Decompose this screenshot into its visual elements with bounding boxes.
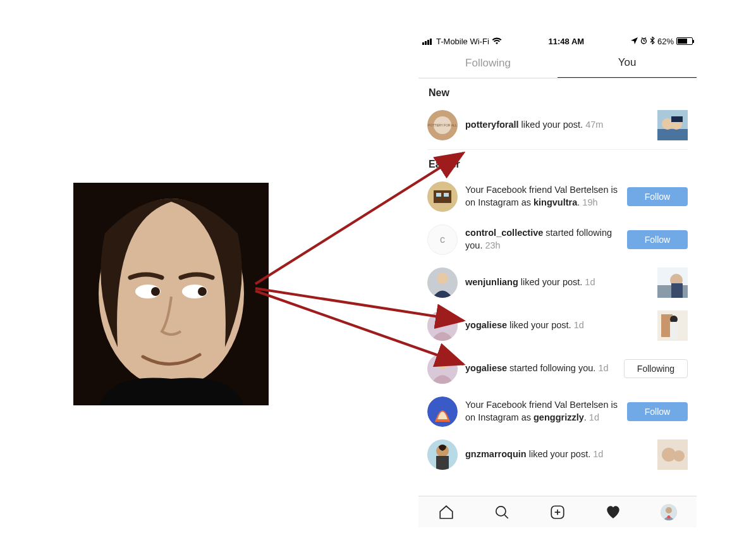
notification-dot-icon (668, 515, 671, 519)
avatar[interactable]: POTTERY FOR ALL (427, 110, 458, 140)
activity-text: wenjunliang liked your post. 1d (465, 276, 650, 289)
timestamp: 1d (593, 449, 603, 459)
svg-point-5 (198, 287, 207, 296)
activity-tabs: Following You (418, 48, 697, 78)
svg-rect-22 (671, 116, 683, 122)
tab-following[interactable]: Following (418, 48, 558, 78)
svg-rect-26 (444, 193, 449, 197)
activity-text: control_collective started following you… (465, 227, 619, 252)
svg-point-47 (673, 450, 685, 462)
activity-row[interactable]: POTTERY FOR ALL potteryforall liked your… (427, 104, 688, 147)
meme-image (73, 183, 269, 405)
svg-point-4 (151, 287, 160, 296)
svg-point-28 (437, 273, 448, 284)
activity-row[interactable]: wenjunliang liked your post. 1d (427, 261, 688, 304)
signal-icon (422, 37, 434, 45)
post-thumbnail[interactable] (657, 439, 688, 470)
svg-point-48 (496, 506, 506, 515)
activity-row[interactable]: Your Facebook friend Val Bertelsen is on… (427, 175, 688, 218)
svg-point-40 (437, 358, 448, 369)
username[interactable]: yogaliese (465, 363, 507, 373)
username[interactable]: wenjunliang (465, 277, 518, 287)
activity-row[interactable]: yogaliese liked your post. 1d (427, 304, 688, 347)
svg-point-34 (437, 315, 448, 326)
activity-text: yogaliese started following you. 1d (465, 362, 616, 375)
alarm-icon (640, 37, 647, 46)
avatar[interactable] (427, 353, 458, 384)
svg-line-49 (504, 515, 508, 518)
activity-text: gnzmarroquin liked your post. 1d (465, 448, 650, 461)
timestamp: 47m (585, 120, 603, 130)
activity-feed[interactable]: New POTTERY FOR ALL potteryforall liked … (418, 78, 697, 496)
svg-rect-44 (436, 456, 449, 470)
activity-text: potteryforall liked your post. 47m (465, 119, 650, 132)
avatar[interactable] (427, 267, 458, 298)
svg-rect-19 (657, 129, 688, 140)
post-thumbnail[interactable] (657, 310, 688, 341)
svg-text:POTTERY FOR ALL: POTTERY FOR ALL (428, 123, 457, 127)
location-icon (631, 37, 638, 46)
svg-line-14 (645, 37, 646, 38)
post-thumbnail[interactable] (657, 110, 688, 140)
svg-rect-6 (422, 42, 424, 45)
follow-button[interactable]: Follow (627, 230, 688, 249)
battery-pct-label: 62% (657, 37, 674, 46)
username[interactable]: control_collective (465, 228, 543, 238)
timestamp: 1d (574, 320, 584, 330)
timestamp: 1d (598, 363, 608, 373)
svg-rect-9 (430, 39, 432, 45)
clock-label: 11:48 AM (549, 37, 585, 46)
svg-rect-7 (425, 41, 427, 45)
timestamp: 1d (589, 412, 599, 422)
post-thumbnail[interactable] (657, 267, 688, 298)
heart-icon[interactable] (604, 503, 622, 521)
avatar[interactable] (427, 310, 458, 341)
username[interactable]: potteryforall (465, 120, 519, 130)
activity-row[interactable]: c control_collective started following y… (427, 218, 688, 261)
activity-text: Your Facebook friend Val Bertelsen is on… (465, 184, 619, 209)
bottom-nav (418, 496, 697, 527)
avatar[interactable] (427, 181, 458, 212)
username[interactable]: gnzmarroquin (465, 449, 527, 459)
timestamp: 1d (585, 277, 595, 287)
svg-rect-38 (670, 322, 678, 340)
svg-rect-8 (427, 40, 429, 45)
status-bar: T-Mobile Wi-Fi 11:48 AM 62% (418, 34, 697, 48)
svg-rect-25 (436, 193, 441, 197)
avatar[interactable]: c (427, 224, 458, 255)
activity-text: Your Facebook friend Val Bertelsen is on… (465, 399, 619, 424)
phone-frame: T-Mobile Wi-Fi 11:48 AM 62% Following Yo… (418, 34, 697, 527)
username[interactable]: yogaliese (465, 320, 507, 330)
follow-button[interactable]: Follow (627, 402, 688, 421)
section-header-earlier: Earlier (429, 159, 688, 170)
svg-line-13 (642, 37, 643, 38)
wifi-icon (492, 37, 502, 45)
home-icon[interactable] (437, 503, 455, 521)
activity-row[interactable]: gnzmarroquin liked your post. 1d (427, 433, 688, 476)
username[interactable]: kingvultra (533, 197, 577, 207)
battery-icon (676, 37, 693, 45)
profile-avatar[interactable] (660, 503, 678, 521)
bluetooth-icon (650, 37, 655, 46)
follow-button[interactable]: Follow (627, 187, 688, 206)
svg-point-54 (666, 507, 672, 513)
avatar[interactable] (427, 439, 458, 470)
tab-you[interactable]: You (558, 48, 697, 78)
carrier-label: T-Mobile Wi-Fi (436, 37, 489, 46)
activity-row[interactable]: Your Facebook friend Val Bertelsen is on… (427, 390, 688, 433)
timestamp: 23h (485, 240, 500, 250)
add-post-icon[interactable] (549, 503, 566, 521)
svg-rect-32 (671, 283, 683, 298)
timestamp: 19h (582, 197, 597, 207)
activity-text: yogaliese liked your post. 1d (465, 319, 650, 332)
avatar[interactable] (427, 396, 458, 427)
search-icon[interactable] (493, 503, 511, 521)
username[interactable]: genggrizzly (533, 412, 584, 422)
activity-row[interactable]: yogaliese started following you. 1d Foll… (427, 347, 688, 390)
section-header-new: New (429, 87, 688, 99)
following-button[interactable]: Following (624, 359, 688, 378)
